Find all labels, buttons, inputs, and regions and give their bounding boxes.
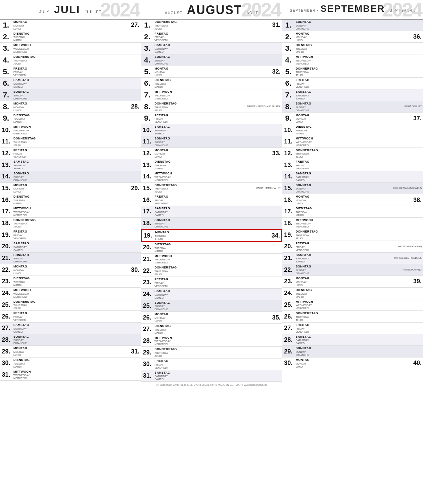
day-number: 15.: [282, 183, 294, 194]
day-row: 7. MITTWOCH WEDNESDAY MERCREDI: [141, 89, 282, 101]
year-watermark: 2024: [382, 0, 422, 19]
day-name-fr: JEUDI: [154, 109, 216, 112]
day-number: 28.: [141, 335, 153, 347]
day-name-de: DIENSTAG: [13, 358, 77, 362]
month-lang-label: SEPTEMBER ·: [290, 8, 318, 12]
day-name-fr: JEUDI: [296, 237, 359, 240]
day-name: DONNERSTAG THURSDAY JEUDI: [294, 311, 360, 322]
day-name-de: SONNTAG: [296, 346, 359, 350]
day-name: SAMSTAG SATURDAY SAMEDI: [294, 253, 359, 264]
day-name-de: DONNERSTAG: [154, 266, 218, 270]
week-number: 27.: [129, 19, 141, 31]
holiday-label: WELTKINDERTAG (D): [359, 241, 423, 252]
day-name-fr: MERCREDI: [296, 225, 359, 228]
day-row: 30. DIENSTAG TUESDAY MARDI: [0, 358, 141, 369]
day-name: SAMSTAG SATURDAY SAMEDI: [153, 370, 219, 382]
day-name-fr: MARDI: [13, 202, 77, 205]
day-name-en: TUESDAY: [154, 247, 218, 250]
day-row: 7. SAMSTAG SATURDAY SAMEDI: [282, 89, 423, 101]
day-name-en: TUESDAY: [13, 117, 77, 120]
day-name: SONNTAG SUNDAY DIMANCHE: [153, 54, 219, 66]
day-name-fr: MARDI: [296, 295, 359, 298]
day-name-de: MITTWOCH: [154, 336, 218, 340]
day-number: 24.: [141, 289, 153, 300]
day-name: MONTAG MONDAY LUNDI: [12, 19, 129, 31]
day-number: 26.: [0, 311, 12, 322]
day-spacer: [219, 254, 282, 265]
day-name-fr: SAMEDI: [154, 378, 218, 381]
day-name: SAMSTAG SATURDAY SAMEDI: [153, 124, 219, 136]
day-row: 15. SONNTAG SUNDAY DIMANCHE EOG. BETTAG …: [282, 183, 423, 195]
day-name-de: MONTAG: [296, 195, 410, 199]
day-name-fr: SAMEDI: [13, 249, 77, 252]
day-number: 30.: [282, 358, 294, 369]
day-number: 25.: [141, 300, 153, 312]
day-name-de: MITTWOCH: [13, 207, 77, 211]
day-spacer: [360, 288, 423, 299]
day-name-en: FRIDAY: [154, 117, 218, 120]
day-name-de: FREITAG: [154, 278, 218, 282]
day-number: 13.: [282, 159, 294, 171]
day-spacer: [360, 218, 423, 229]
day-name: SAMSTAG SATURDAY SAMEDI: [153, 206, 219, 217]
day-name-fr: MARDI: [13, 39, 77, 42]
day-spacer: [219, 218, 282, 229]
day-number: 22.: [282, 264, 294, 276]
day-name: SAMSTAG SATURDAY SAMEDI: [294, 171, 360, 182]
day-name: DIENSTAG TUESDAY MARDI: [12, 194, 78, 206]
day-name: DONNERSTAG THURSDAY JEUDI: [12, 299, 78, 311]
day-name-de: SAMSTAG: [13, 242, 77, 246]
day-name: MONTAG MONDAY LUNDI: [153, 148, 270, 159]
day-name: SAMSTAG SATURDAY SAMEDI: [12, 159, 78, 171]
day-number: 19.: [282, 229, 294, 241]
year-watermark: 2024: [100, 0, 139, 19]
day-name-en: MONDAY: [296, 199, 410, 202]
day-row: 5. MONTAG MONDAY LUNDI 32.: [141, 66, 282, 78]
day-spacer: [78, 358, 141, 369]
day-name-fr: VENDREDI: [296, 167, 359, 170]
day-number: 11.: [282, 136, 294, 148]
day-row: 4. DONNERSTAG THURSDAY JEUDI: [0, 54, 141, 66]
day-name-en: FRIDAY: [13, 316, 77, 319]
day-name-en: WEDNESDAY: [154, 340, 218, 343]
day-name-fr: SAMEDI: [154, 50, 218, 53]
day-number: 23.: [282, 276, 294, 287]
day-spacer: [360, 229, 423, 241]
day-name-en: SATURDAY: [154, 129, 218, 132]
week-number: 30.: [129, 264, 141, 276]
day-name-de: SAMSTAG: [13, 323, 77, 327]
day-name-en: MONDAY: [155, 235, 268, 238]
day-name-fr: MERCREDI: [296, 144, 359, 147]
day-spacer: [78, 54, 141, 66]
day-row: 22. SONNTAG SUNDAY DIMANCHE HERBSTANFANG: [282, 264, 423, 276]
day-name-fr: LUNDI: [13, 109, 127, 112]
day-name-fr: DIMANCHE: [154, 308, 218, 311]
day-name-de: MONTAG: [296, 114, 410, 118]
day-row: 6. SAMSTAG SATURDAY SAMEDI: [0, 78, 141, 89]
day-number: 14.: [141, 171, 153, 182]
day-name-en: WEDNESDAY: [296, 59, 359, 62]
day-name-de: DONNERSTAG: [154, 183, 216, 187]
day-name-en: TUESDAY: [154, 82, 218, 85]
week-number: 36.: [411, 31, 423, 43]
day-spacer: [360, 66, 423, 78]
day-row: 4. SONNTAG SUNDAY DIMANCHE: [141, 54, 282, 66]
day-spacer: [78, 218, 141, 229]
day-name-de: SAMSTAG: [13, 78, 77, 82]
day-name-fr: LUNDI: [296, 202, 410, 205]
day-spacer: [78, 276, 141, 287]
day-number: 17.: [0, 206, 12, 217]
day-name-fr: SAMEDI: [154, 214, 218, 217]
day-number: 19.: [0, 229, 12, 241]
day-spacer: [360, 311, 423, 322]
day-row: 3. SAMSTAG SATURDAY SAMEDI: [141, 43, 282, 54]
day-name-en: SUNDAY: [296, 350, 359, 353]
day-name-en: SUNDAY: [13, 257, 77, 260]
day-name-de: SONNTAG: [296, 20, 359, 24]
day-number: 27.: [0, 323, 12, 334]
day-name-en: TUESDAY: [13, 199, 77, 202]
day-row: 27. FREITAG FRIDAY VENDREDI: [282, 323, 423, 334]
day-spacer: [219, 136, 282, 148]
day-row: 9. MONTAG MONDAY LUNDI 37.: [282, 113, 423, 125]
day-name-en: FRIDAY: [154, 199, 218, 202]
